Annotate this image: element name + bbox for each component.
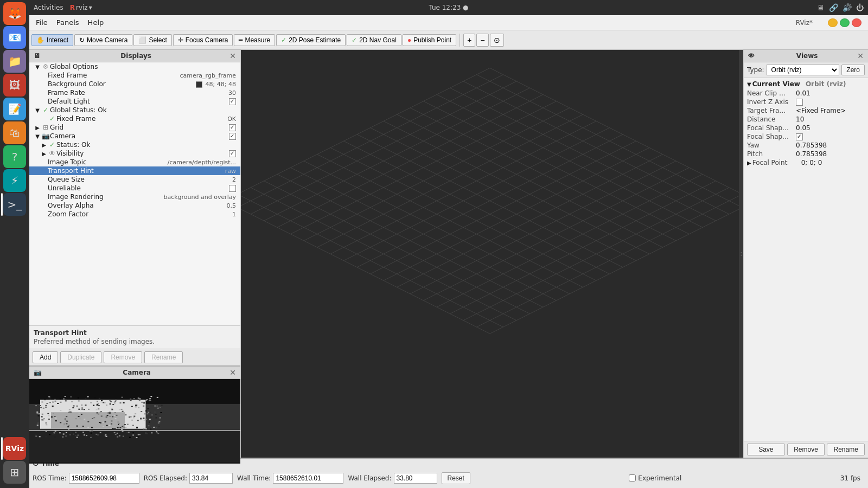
minimize-btn[interactable] xyxy=(828,18,838,27)
visibility-icon: 👁 xyxy=(48,150,56,157)
visibility-checkbox[interactable] xyxy=(229,150,236,157)
experimental-checkbox[interactable] xyxy=(629,474,636,481)
view-yaw[interactable]: Yaw 0.785398 xyxy=(744,141,868,150)
views-type-select[interactable]: Orbit (rviz) xyxy=(767,65,840,75)
rename-button[interactable]: Rename xyxy=(144,351,183,363)
view-focal-point[interactable]: ▶ Focal Point 0; 0; 0 xyxy=(744,158,868,167)
tree-fixed-frame[interactable]: Fixed Frame camera_rgb_frame xyxy=(29,71,240,80)
dock-software-center[interactable]: 🛍 xyxy=(3,121,26,144)
add-button[interactable]: Add xyxy=(33,351,58,363)
tree-visibility[interactable]: ▶ 👁 Visibility xyxy=(29,149,240,158)
experimental-label: Experimental xyxy=(638,474,681,482)
3d-viewport-canvas[interactable] xyxy=(241,50,739,458)
network-icon[interactable]: 🔗 xyxy=(829,3,838,12)
interact-button[interactable]: ✋ Interact xyxy=(31,34,73,46)
current-view-section[interactable]: ▼ Current View Orbit (rviz) xyxy=(744,79,868,89)
view-pitch[interactable]: Pitch 0.785398 xyxy=(744,150,868,158)
dock-files[interactable]: 📁 xyxy=(3,50,26,73)
dock-image-viewer[interactable]: 🖼 xyxy=(3,74,26,97)
dock-arduino[interactable]: ⚡ xyxy=(3,169,26,192)
dock-grid[interactable]: ⊞ xyxy=(3,461,26,484)
ros-elapsed-input[interactable] xyxy=(189,473,233,484)
view-distance[interactable]: Distance 10 xyxy=(744,115,868,124)
dock-thunderbird[interactable]: 📧 xyxy=(3,26,26,49)
invert-z-checkbox[interactable] xyxy=(796,98,803,106)
publish-point-button[interactable]: ● Publish Point xyxy=(403,34,456,46)
screen-icon[interactable]: 🖥 xyxy=(817,3,825,12)
zoom-factor-label: Zoom Factor xyxy=(48,210,232,218)
zoom-3d-button[interactable]: ⊙ xyxy=(490,34,504,47)
menu-file[interactable]: File xyxy=(31,17,52,28)
near-clip-label: Near Clip … xyxy=(747,89,796,97)
view-focal-shape-size[interactable]: Focal Shap… 0.05 xyxy=(744,124,868,132)
tree-global-status[interactable]: ▼ ✓ Global Status: Ok xyxy=(29,106,240,114)
dock-help[interactable]: ? xyxy=(3,145,26,168)
tree-frame-rate[interactable]: Frame Rate 30 xyxy=(29,88,240,97)
dock-rviz[interactable]: RViz xyxy=(3,437,26,460)
zero-button[interactable]: Zero xyxy=(841,65,865,75)
tree-default-light[interactable]: Default Light xyxy=(29,97,240,106)
move-camera-button[interactable]: ↻ Move Camera xyxy=(74,34,132,46)
duplicate-button[interactable]: Duplicate xyxy=(60,351,101,363)
tree-transport-hint[interactable]: Transport Hint raw xyxy=(29,166,240,175)
tree-zoom-factor[interactable]: Zoom Factor 1 xyxy=(29,210,240,219)
ros-time-input[interactable] xyxy=(69,473,139,484)
pose-estimate-button[interactable]: ✓ 2D Pose Estimate xyxy=(276,34,346,46)
select-button[interactable]: ⬜ Select xyxy=(133,34,171,46)
tree-bg-color[interactable]: Background Color 48; 48; 48 xyxy=(29,80,240,88)
dock-terminal[interactable]: >_ xyxy=(3,193,26,216)
remove-button[interactable]: Remove xyxy=(104,351,142,363)
fps-label: 31 fps xyxy=(840,474,865,482)
nav-goal-button[interactable]: ✓ 2D Nav Goal xyxy=(347,34,401,46)
measure-button[interactable]: ━ Measure xyxy=(234,34,275,46)
camera-checkbox[interactable] xyxy=(229,133,236,140)
maximize-btn[interactable] xyxy=(840,18,850,27)
close-btn[interactable] xyxy=(852,18,861,27)
view-target-frame[interactable]: Target Fra… <Fixed Frame> xyxy=(744,106,868,115)
tree-unreliable[interactable]: Unreliable xyxy=(29,184,240,192)
rename-view-button[interactable]: Rename xyxy=(827,444,865,455)
remove-view-button[interactable]: Remove xyxy=(787,444,825,455)
tree-image-topic[interactable]: Image Topic /camera/depth/regist... xyxy=(29,158,240,166)
camera-panel-close[interactable]: ✕ xyxy=(229,368,236,377)
displays-panel-close[interactable]: ✕ xyxy=(229,52,236,60)
tree-camera-status[interactable]: ▶ ✓ Status: Ok xyxy=(29,140,240,149)
save-view-button[interactable]: Save xyxy=(747,444,785,455)
wall-elapsed-input[interactable] xyxy=(394,473,437,484)
volume-icon[interactable]: 🔊 xyxy=(843,3,852,12)
tree-global-options[interactable]: ▼ ⚙ Global Options xyxy=(29,62,240,71)
tree-queue-size[interactable]: Queue Size 2 xyxy=(29,175,240,184)
wall-time-input[interactable] xyxy=(273,473,343,484)
default-light-checkbox[interactable] xyxy=(229,98,236,105)
focal-shape-enabled-checkbox[interactable]: ✓ xyxy=(796,133,803,140)
wall-elapsed-group: Wall Elapsed: xyxy=(348,473,437,484)
menu-panels[interactable]: Panels xyxy=(52,17,84,28)
viewport-splitter[interactable]: ⋮ xyxy=(739,50,743,458)
view-near-clip[interactable]: Near Clip … 0.01 xyxy=(744,89,868,98)
dock-text-editor[interactable]: 📝 xyxy=(3,98,26,120)
system-bar-left: Activities Rrviz ▾ xyxy=(34,4,92,11)
tree-grid[interactable]: ▶ ⊞ Grid xyxy=(29,123,240,132)
view-invert-z[interactable]: Invert Z Axis xyxy=(744,98,868,106)
zoom-in-button[interactable]: + xyxy=(463,34,475,47)
app-name-label[interactable]: Rrviz ▾ xyxy=(70,4,92,11)
tree-overlay-alpha[interactable]: Overlay Alpha 0.5 xyxy=(29,201,240,210)
focal-point-expand: ▶ xyxy=(747,160,751,166)
views-panel-title: Views xyxy=(796,52,818,60)
dock-firefox[interactable]: 🦊 xyxy=(3,2,26,25)
transport-hint-value: raw xyxy=(225,168,240,175)
tree-camera[interactable]: ▼ 📷 Camera xyxy=(29,132,240,140)
viewport[interactable] xyxy=(241,50,739,458)
reset-button[interactable]: Reset xyxy=(442,472,470,484)
menu-help[interactable]: Help xyxy=(84,17,108,28)
unreliable-checkbox[interactable] xyxy=(229,185,236,192)
focus-camera-button[interactable]: ✛ Focus Camera xyxy=(173,34,233,46)
activities-label[interactable]: Activities xyxy=(34,4,63,11)
grid-checkbox[interactable] xyxy=(229,124,236,131)
tree-image-rendering[interactable]: Image Rendering background and overlay xyxy=(29,192,240,201)
views-panel-close[interactable]: ✕ xyxy=(857,52,864,60)
tree-fixed-frame-status[interactable]: ✓ Fixed Frame OK xyxy=(29,114,240,123)
view-focal-shape-enabled[interactable]: Focal Shap… ✓ xyxy=(744,132,868,141)
zoom-out-button[interactable]: − xyxy=(476,34,488,47)
power-icon[interactable]: ⏻ xyxy=(856,3,864,12)
